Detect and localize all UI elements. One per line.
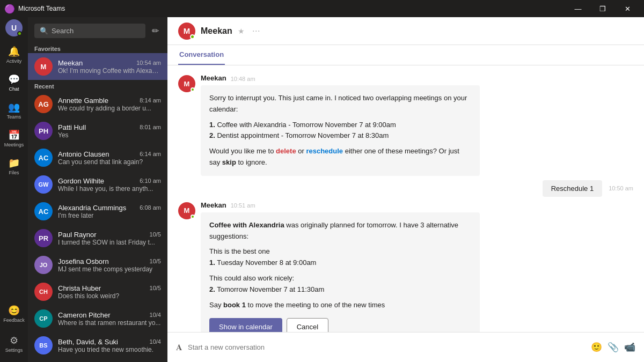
sidebar-item-settings[interactable]: ⚙ Settings [0, 330, 28, 358]
chat-name: Josefina Osborn [58, 257, 109, 265]
chat-preview: Does this look weird? [58, 292, 161, 300]
chat-time: 6:14 am [140, 151, 161, 157]
chat-item-josefina[interactable]: JO Josefina Osborn 10/5 MJ sent me the c… [28, 252, 167, 278]
avatar: AC [34, 202, 53, 220]
sidebar-item-files[interactable]: 📁 Files [0, 152, 28, 180]
rail-bottom: 😊 Feedback ⚙ Settings [0, 300, 28, 362]
user-reply-row-1: Reschedule 1 10:50 am [178, 180, 633, 197]
chat-item-rodger[interactable]: RU Rodger Ulmer 10/4 Can you check this … [28, 359, 167, 362]
chat-item-beth[interactable]: BS Beth, David, & Suki 10/4 Have you tri… [28, 332, 167, 359]
sidebar-item-meetings[interactable]: 📅 Meetings [0, 124, 28, 152]
message-timestamp: 10:51 am [231, 202, 255, 209]
chat-time: 10/5 [150, 258, 161, 264]
search-icon: 🔍 [40, 27, 48, 35]
emoji-icon[interactable]: 🙂 [591, 342, 602, 353]
chat-info: Christa Huber 10/5 Does this look weird? [58, 284, 161, 300]
close-button[interactable]: ✕ [615, 0, 640, 17]
chat-info: Gordon Wilhite 6:10 am While I have you,… [58, 177, 161, 193]
more-options-icon[interactable]: ··· [252, 25, 260, 36]
chat-preview: Have you tried the new smoothie. [58, 346, 161, 353]
avatar: PR [34, 229, 53, 247]
sidebar-item-label: Activity [6, 58, 22, 64]
sender-name: Meekan [201, 74, 226, 82]
tabs-bar: Conversation [167, 45, 644, 65]
chat-item-cameron[interactable]: CP Cameron Pitcher 10/4 Where is that ra… [28, 305, 167, 332]
chat-preview: Ok! I'm moving Coffee with Alexan... [58, 67, 161, 75]
chat-info: Patti Hull 8:01 am Yes [58, 123, 161, 139]
sidebar-item-label: Files [9, 170, 19, 175]
chat-name: Beth, David, & Suki [58, 338, 118, 346]
message-input[interactable] [188, 343, 586, 351]
action-buttons: Show in calendar Cancel [209, 318, 471, 332]
user-bubble: Reschedule 1 [543, 180, 603, 197]
chat-time: 10/4 [150, 338, 161, 345]
chat-item-patti[interactable]: PH Patti Hull 8:01 am Yes [28, 117, 167, 144]
chat-item-gordon[interactable]: GW Gordon Wilhite 6:10 am While I have y… [28, 171, 167, 198]
search-box[interactable]: 🔍 [34, 24, 145, 38]
sidebar-item-teams[interactable]: 👥 Teams [0, 97, 28, 124]
online-indicator [190, 34, 195, 39]
chat-time: 10:54 am [136, 60, 161, 66]
sidebar-item-label: Chat [9, 86, 19, 92]
sidebar-item-activity[interactable]: 🔔 Activity [0, 41, 28, 69]
channel-name: Meekan [201, 26, 232, 36]
chat-item-antonio[interactable]: AC Antonio Clausen 6:14 am Can you send … [28, 144, 167, 171]
chat-info: Antonio Clausen 6:14 am Can you send tha… [58, 150, 161, 166]
sidebar-item-label: Meetings [4, 142, 24, 147]
sidebar-item-label: Feedback [3, 317, 25, 323]
sidebar-item-label: Teams [7, 114, 21, 120]
message-group-2: M Meekan 10:51 am Coffee with Alexandria… [178, 201, 633, 332]
titlebar-left: 🟣 Microsoft Teams [4, 4, 65, 14]
avatar: PH [34, 122, 53, 140]
tab-conversation[interactable]: Conversation [178, 45, 225, 65]
app-icon: 🟣 [4, 4, 15, 14]
show-in-calendar-button[interactable]: Show in calendar [209, 318, 282, 332]
chat-item-alexandria[interactable]: AC Alexandria Cummings 6:08 am I'm free … [28, 198, 167, 225]
chat-time: 8:14 am [140, 97, 161, 104]
sidebar-item-chat[interactable]: 💬 Chat [0, 69, 28, 97]
chat-time: 10/5 [150, 231, 161, 238]
chat-preview: I'm free later [58, 212, 161, 219]
minimize-button[interactable]: — [566, 0, 590, 17]
avatar: CH [34, 283, 53, 301]
star-icon[interactable]: ★ [238, 27, 245, 35]
search-input[interactable] [52, 27, 140, 35]
chat-preview: We could try adding a border u... [58, 105, 161, 112]
avatar: AC [34, 149, 53, 167]
avatar: JO [34, 256, 53, 274]
channel-header: M Meekan ★ ··· [167, 17, 644, 45]
format-icon[interactable]: 𝐀 [176, 343, 182, 352]
message-text: This is the best one 1. Tuesday November… [209, 246, 471, 269]
chat-name: Patti Hull [58, 123, 86, 131]
chat-info: Josefina Osborn 10/5 MJ sent me the comp… [58, 257, 161, 273]
sidebar-item-feedback[interactable]: 😊 Feedback [0, 300, 28, 328]
chat-name: Gordon Wilhite [58, 177, 104, 185]
compose-button[interactable]: ✏ [150, 24, 161, 38]
chat-item-christa[interactable]: CH Christa Huber 10/5 Does this look wei… [28, 278, 167, 305]
meeting-icon[interactable]: 📹 [624, 342, 635, 353]
message-text: This could also work nicely: 2. Tomorrow… [209, 273, 471, 295]
message-text: Would you like me to delete or reschedul… [209, 146, 471, 168]
titlebar-controls: — ❒ ✕ [566, 0, 640, 17]
calendar-icon: 📅 [8, 129, 20, 141]
titlebar: 🟣 Microsoft Teams — ❒ ✕ [0, 0, 644, 17]
messages-area: M Meekan 10:48 am Sorry to interrupt you… [167, 65, 644, 332]
restore-button[interactable]: ❒ [590, 0, 615, 17]
input-bar: 𝐀 🙂 📎 📹 [167, 332, 644, 362]
bot-avatar: M [178, 202, 195, 219]
avatar: GW [34, 175, 53, 194]
attach-icon[interactable]: 📎 [608, 342, 619, 353]
cancel-button[interactable]: Cancel [287, 318, 328, 332]
avatar: AG [34, 95, 53, 113]
chat-preview: I turned the SOW in last Friday t... [58, 239, 161, 246]
chat-preview: Yes [58, 131, 161, 139]
chat-item-paul[interactable]: PR Paul Raynor 10/5 I turned the SOW in … [28, 225, 167, 252]
user-avatar[interactable]: U [5, 19, 23, 36]
chat-item-annette[interactable]: AG Annette Gamble 8:14 am We could try a… [28, 91, 167, 117]
chat-name: Cameron Pitcher [58, 311, 111, 319]
chat-icon: 💬 [8, 73, 20, 85]
chat-item-meekan[interactable]: M Meekan 10:54 am Ok! I'm moving Coffee … [28, 53, 167, 80]
app-name: Microsoft Teams [18, 5, 65, 12]
chat-time: 8:01 am [140, 124, 161, 130]
sidebar: 🔍 ✏ Favorites M Meekan 10:54 am Ok! I'm … [28, 17, 167, 362]
